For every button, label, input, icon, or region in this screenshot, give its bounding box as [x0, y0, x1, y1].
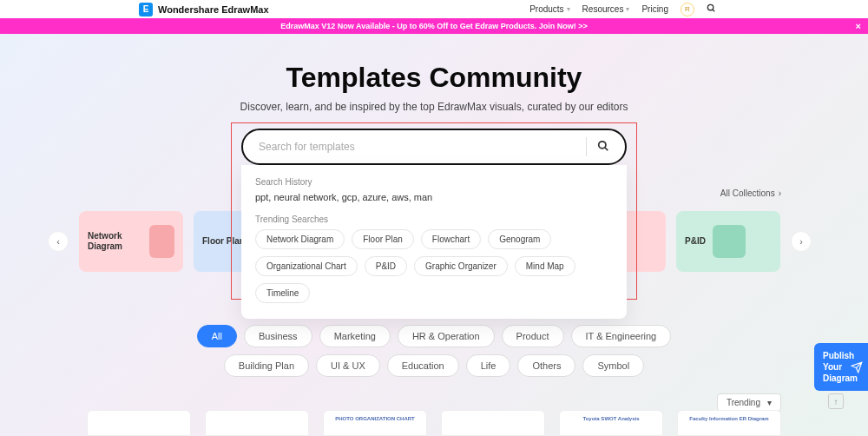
template-card[interactable]: PHOTO ORGANIZATION CHART	[323, 410, 427, 436]
topbar: E Wondershare EdrawMax Products▾ Resourc…	[0, 0, 868, 18]
filter-chip[interactable]: Symbol	[582, 354, 644, 377]
filter-chip[interactable]: HR & Operation	[398, 325, 495, 347]
trending-chip[interactable]: Mind Map	[515, 256, 575, 276]
chevron-down-icon: ▾	[567, 5, 570, 13]
nav-products[interactable]: Products▾	[529, 4, 569, 14]
svg-point-0	[707, 4, 713, 10]
filter-chip[interactable]: Building Plan	[224, 354, 309, 377]
hero: Templates Community Discover, learn, and…	[0, 34, 868, 165]
filter-chip[interactable]: IT & Engineering	[571, 325, 672, 347]
nav-resources[interactable]: Resources▾	[582, 4, 630, 14]
caret-down-icon: ▾	[767, 398, 772, 407]
filter-chip[interactable]: Business	[244, 325, 312, 347]
svg-line-3	[605, 147, 608, 150]
trending-chip[interactable]: P&ID	[365, 256, 407, 276]
svg-line-1	[713, 10, 714, 11]
trending-chip[interactable]: Graphic Organizer	[414, 256, 508, 276]
logo-icon: E	[139, 3, 153, 17]
trending-chip[interactable]: Timeline	[255, 283, 310, 303]
filter-chip[interactable]: Life	[466, 354, 511, 377]
search-area: Search History ppt, neural network, gcp,…	[241, 129, 627, 165]
filter-chip[interactable]: Education	[387, 354, 459, 377]
carousel-next[interactable]: ›	[791, 231, 812, 252]
filter-chip[interactable]: All	[197, 325, 237, 347]
trending-chips: Network DiagramFloor PlanFlowchartGenogr…	[255, 229, 613, 303]
page-title: Templates Community	[0, 62, 868, 94]
search-button[interactable]	[597, 140, 609, 155]
filter-chip[interactable]: Product	[502, 325, 564, 347]
template-card[interactable]	[441, 410, 545, 436]
template-card[interactable]: Toyota SWOT Analysis	[559, 410, 663, 436]
chevron-right-icon: ›	[779, 188, 781, 198]
nav-pricing[interactable]: Pricing	[641, 4, 668, 14]
sort-select[interactable]: Trending▾	[717, 393, 781, 412]
template-card[interactable]	[205, 410, 309, 436]
template-grid: PHOTO ORGANIZATION CHART Toyota SWOT Ana…	[0, 410, 868, 436]
divider	[586, 137, 587, 156]
trending-chip[interactable]: Floor Plan	[352, 229, 414, 249]
all-collections-link[interactable]: All Collections›	[720, 188, 781, 198]
trending-chip[interactable]: Flowchart	[421, 229, 481, 249]
banner-text: EdrawMax V12 Now Available - Up to 60% O…	[280, 22, 587, 30]
send-icon	[851, 361, 863, 373]
topnav: Products▾ Resources▾ Pricing R	[529, 3, 716, 17]
history-text[interactable]: ppt, neural network, gcp, azure, aws, ma…	[255, 192, 613, 202]
carousel-prev[interactable]: ‹	[48, 231, 69, 252]
card-network-diagram[interactable]: Network Diagram	[79, 211, 183, 272]
filter-chip[interactable]: Others	[517, 354, 575, 377]
history-heading: Search History	[255, 177, 613, 187]
search-bar	[241, 129, 627, 165]
filter-chips: AllBusinessMarketingHR & OperationProduc…	[0, 325, 868, 377]
search-input[interactable]	[259, 141, 575, 153]
trending-chip[interactable]: Genogram	[488, 229, 551, 249]
brand-text: Wondershare EdrawMax	[158, 4, 269, 15]
filter-chip[interactable]: Marketing	[319, 325, 391, 347]
promo-banner[interactable]: EdrawMax V12 Now Available - Up to 60% O…	[0, 18, 868, 34]
close-icon[interactable]: ×	[856, 21, 861, 31]
svg-point-2	[599, 141, 606, 148]
trending-chip[interactable]: Organizational Chart	[255, 256, 358, 276]
search-dropdown: Search History ppt, neural network, gcp,…	[241, 165, 627, 319]
filter-chip[interactable]: UI & UX	[316, 354, 380, 377]
card-pid[interactable]: P&ID	[676, 211, 780, 272]
search-icon[interactable]	[707, 3, 716, 15]
template-card[interactable]	[87, 410, 191, 436]
scroll-top-button[interactable]: ↑	[828, 393, 844, 409]
trending-chip[interactable]: Network Diagram	[255, 229, 345, 249]
brand-area: E Wondershare EdrawMax	[139, 3, 269, 17]
publish-button[interactable]: Publish Your Diagram	[814, 343, 868, 391]
trending-heading: Trending Searches	[255, 215, 613, 224]
diagram-icon	[149, 225, 174, 258]
chevron-down-icon: ▾	[626, 5, 629, 13]
pid-icon	[713, 225, 746, 258]
template-card[interactable]: Faculty Information ER Diagram	[677, 410, 781, 436]
page-subtitle: Discover, learn, and be inspired by the …	[0, 101, 868, 113]
avatar[interactable]: R	[681, 3, 694, 17]
